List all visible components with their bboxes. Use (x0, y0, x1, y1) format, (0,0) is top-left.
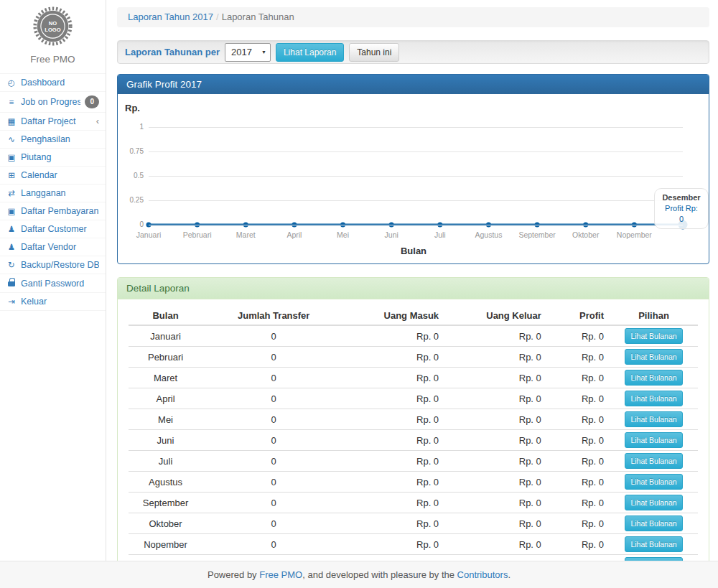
sidebar-item-label: Backup/Restore DB (21, 260, 99, 270)
sidebar-item-dashboard[interactable]: ◴Dashboard (0, 73, 106, 91)
cell: Rp. 0 (547, 513, 610, 534)
cell: 0 (202, 347, 345, 368)
svg-text:LOGO: LOGO (45, 27, 60, 33)
cell: Rp. 0 (444, 451, 547, 472)
x-tick-label: Januari (136, 230, 161, 239)
free-pmo-link[interactable]: Free PMO (259, 569, 302, 580)
lihat-bulanan-button[interactable]: Lihat Bulanan (625, 328, 682, 344)
cell: Rp. 0 (345, 472, 444, 493)
sidebar-item-label: Daftar Customer (21, 224, 99, 234)
cell: 0 (202, 430, 345, 451)
sidebar-item-daftar-project[interactable]: ▦Daftar Project‹ (0, 112, 106, 130)
column-header: Jumlah Transfer (202, 307, 345, 325)
tahun-ini-button[interactable]: Tahun ini (349, 43, 399, 62)
lihat-laporan-button[interactable]: Lihat Laporan (276, 43, 344, 62)
cell: Rp. 0 (345, 325, 444, 347)
lihat-bulanan-button[interactable]: Lihat Bulanan (625, 453, 682, 469)
sidebar-item-ganti-password[interactable]: Ganti Password (0, 274, 106, 292)
cell: Mei (129, 409, 202, 430)
table-row: Oktober0Rp. 0Rp. 0Rp. 0Lihat Bulanan (129, 513, 698, 534)
cell: Desember (129, 555, 202, 561)
lihat-bulanan-button[interactable]: Lihat Bulanan (625, 411, 682, 427)
header-row: BulanJumlah TransferUang MasukUang Kelua… (129, 307, 698, 325)
sidebar-item-backup-restore-db[interactable]: ↻Backup/Restore DB (0, 256, 106, 274)
calendar-icon: ⊞ (6, 170, 17, 180)
no-logo-gear-icon: NO LOGO (32, 6, 73, 47)
sidebar-item-piutang[interactable]: ▣Piutang (0, 148, 106, 166)
lihat-bulanan-button[interactable]: Lihat Bulanan (625, 349, 682, 365)
cell: 0 (202, 555, 345, 561)
cell: 0 (202, 513, 345, 534)
cell: Pebruari (129, 347, 202, 368)
sidebar-item-job-on-progress[interactable]: ≡Job on Progress0 (0, 91, 106, 112)
x-tick-label: Mei (337, 230, 349, 239)
action-cell: Lihat Bulanan (610, 347, 698, 368)
table-row: Mei0Rp. 0Rp. 0Rp. 0Lihat Bulanan (129, 409, 698, 430)
contributors-link[interactable]: Contributors (457, 569, 508, 580)
gridline (149, 151, 683, 152)
sidebar-item-penghasilan[interactable]: ∿Penghasilan (0, 130, 106, 148)
cell: Rp. 0 (547, 368, 610, 388)
table-row: Juni0Rp. 0Rp. 0Rp. 0Lihat Bulanan (129, 430, 698, 451)
cell: Rp. 0 (345, 347, 444, 368)
x-tick-label: September (518, 230, 555, 239)
action-cell: Lihat Bulanan (610, 472, 698, 493)
x-tick-label: Oktober (572, 230, 599, 239)
sidebar-item-daftar-pembayaran[interactable]: ▣Daftar Pembayaran (0, 202, 106, 220)
money-icon: ▣ (6, 152, 17, 162)
table-row: Nopember0Rp. 0Rp. 0Rp. 0Lihat Bulanan (129, 534, 698, 555)
sidebar-item-daftar-customer[interactable]: ♟Daftar Customer (0, 220, 106, 238)
lihat-bulanan-button[interactable]: Lihat Bulanan (625, 536, 682, 552)
svg-text:NO: NO (49, 20, 57, 27)
cell: Rp. 0 (547, 409, 610, 430)
report-table-head: BulanJumlah TransferUang MasukUang Kelua… (129, 307, 698, 325)
detail-panel-title: Detail Laporan (118, 278, 709, 299)
gridline (149, 200, 683, 201)
lihat-bulanan-button[interactable]: Lihat Bulanan (625, 391, 682, 406)
cell: 0 (202, 472, 345, 493)
brand-name: Free PMO (0, 54, 106, 65)
cell: Rp. 0 (444, 513, 547, 534)
cell: Rp. 0 (345, 451, 444, 472)
x-tick-label: Juli (434, 230, 446, 239)
breadcrumb-link-laporan-tahun[interactable]: Laporan Tahun 2017 (128, 11, 213, 22)
sidebar-item-daftar-vendor[interactable]: ♟Daftar Vendor (0, 238, 106, 256)
action-cell: Lihat Bulanan (610, 368, 698, 388)
table-row: Pebruari0Rp. 0Rp. 0Rp. 0Lihat Bulanan (129, 347, 698, 368)
year-select[interactable]: 2017 (225, 43, 271, 62)
lock-shape (8, 278, 15, 286)
lihat-bulanan-button[interactable]: Lihat Bulanan (625, 474, 682, 490)
cell: Rp. 0 (547, 534, 610, 555)
lihat-bulanan-button[interactable]: Lihat Bulanan (625, 495, 682, 510)
sidebar-item-label: Daftar Vendor (21, 242, 99, 252)
sidebar-item-label: Daftar Project (21, 116, 92, 126)
column-header: Profit (547, 307, 610, 325)
cell: Rp. 0 (547, 472, 610, 493)
cell: Oktober (129, 513, 202, 534)
logo-box: NO LOGO Free PMO (0, 0, 106, 65)
gridline (149, 176, 683, 177)
sidebar-nav: ◴Dashboard≡Job on Progress0▦Daftar Proje… (0, 73, 106, 311)
app-layout: NO LOGO Free PMO ◴Dashboard≡Job on Progr… (0, 0, 718, 561)
cell: Rp. 0 (444, 493, 547, 513)
footer: Powered by Free PMO, and developed with … (0, 561, 718, 588)
lihat-bulanan-button[interactable]: Lihat Bulanan (625, 515, 682, 531)
cell: Rp. 0 (547, 325, 610, 347)
lihat-bulanan-button[interactable]: Lihat Bulanan (625, 432, 682, 448)
y-tick-label: 0.75 (121, 147, 144, 155)
lihat-bulanan-button[interactable]: Lihat Bulanan (625, 370, 682, 386)
lihat-bulanan-button[interactable]: Lihat Bulanan (625, 557, 682, 561)
profit-chart-panel: Grafik Profit 2017 Rp. Bulan Desember Pr… (117, 74, 709, 264)
count-badge: 0 (85, 95, 99, 108)
sidebar-item-calendar[interactable]: ⊞Calendar (0, 166, 106, 184)
sidebar-item-langganan[interactable]: ⇄Langganan (0, 184, 106, 202)
cell: Rp. 0 (444, 534, 547, 555)
footer-text-before: Powered by (208, 569, 259, 580)
chart-body[interactable]: Rp. Bulan Desember Profit Rp: 0 00.250.5… (118, 94, 709, 263)
column-header: Bulan (129, 307, 202, 325)
cell: 0 (202, 368, 345, 388)
detail-panel-body: BulanJumlah TransferUang MasukUang Kelua… (118, 299, 709, 561)
cell: 0 (202, 388, 345, 409)
sidebar-item-keluar[interactable]: ⇥Keluar (0, 292, 106, 311)
dashboard-icon: ◴ (6, 78, 17, 88)
